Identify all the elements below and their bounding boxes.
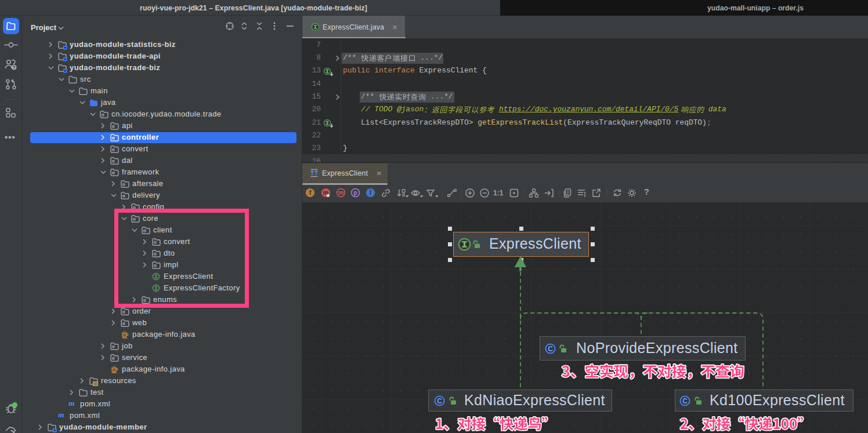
svg-text:C: C — [437, 397, 442, 405]
svg-text:C: C — [682, 397, 688, 405]
svg-text:C: C — [548, 345, 553, 353]
